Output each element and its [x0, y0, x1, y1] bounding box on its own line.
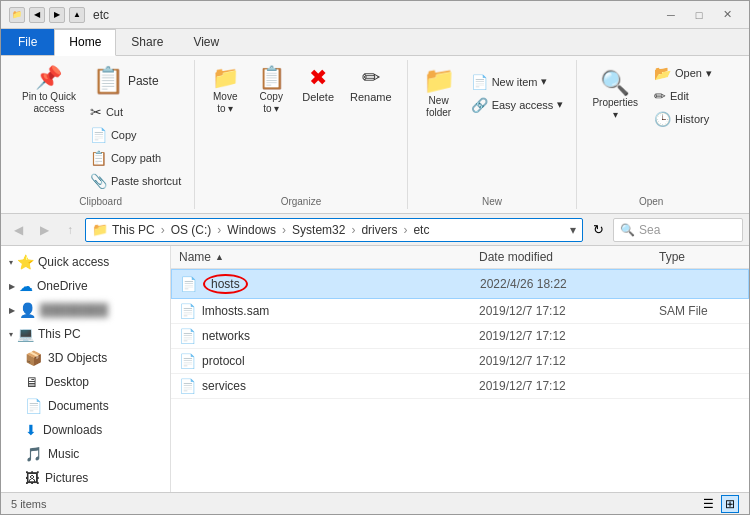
status-bar: 5 items ☰ ⊞	[1, 492, 749, 514]
open-group: 🔍 Properties▾ 📂 Open ▾ ✏ Edit	[577, 60, 725, 209]
new-item-button[interactable]: 📄 New item ▾	[466, 71, 569, 93]
rename-label: Rename	[350, 91, 392, 103]
file-list: Name ▲ Date modified Type 📄 hosts 2022/4…	[171, 246, 749, 492]
search-icon: 🔍	[620, 223, 635, 237]
copy-path-button[interactable]: 📋 Copy path	[85, 147, 186, 169]
details-view-button[interactable]: ☰	[699, 495, 717, 513]
copy-button[interactable]: 📄 Copy	[85, 124, 186, 146]
tab-view[interactable]: View	[178, 29, 234, 55]
account-icon: 👤	[19, 302, 36, 318]
this-pc-expand-icon: ▾	[9, 330, 13, 339]
file-item-services[interactable]: 📄 services 2019/12/7 17:12	[171, 374, 749, 399]
quick-access-icon: 📁	[9, 7, 25, 23]
sidebar-item-downloads[interactable]: ⬇ Downloads	[1, 418, 170, 442]
path-dropdown-arrow[interactable]: ▾	[570, 223, 576, 237]
file-icon-hosts: 📄	[180, 276, 197, 292]
open-group-label: Open	[639, 192, 663, 207]
new-item-label: New item	[492, 76, 538, 88]
sidebar-item-documents[interactable]: 📄 Documents	[1, 394, 170, 418]
file-item-lmhosts[interactable]: 📄 lmhosts.sam 2019/12/7 17:12 SAM File	[171, 299, 749, 324]
clipboard-group-label: Clipboard	[79, 192, 122, 207]
open-label: Open	[675, 67, 702, 79]
clipboard-col: 📋 Paste ✂ Cut 📄 Copy 📋	[85, 62, 186, 192]
properties-icon: 🔍	[600, 71, 630, 95]
tab-file[interactable]: File	[1, 29, 54, 55]
search-placeholder: Sea	[639, 223, 660, 237]
path-part-1: OS (C:)	[171, 223, 212, 237]
hosts-label: hosts	[203, 274, 248, 294]
account-header[interactable]: ▶ 👤 ████████	[1, 298, 170, 322]
maximize-button[interactable]: □	[685, 5, 713, 25]
forward-button[interactable]: ▶	[33, 219, 55, 241]
file-item-protocol[interactable]: 📄 protocol 2019/12/7 17:12	[171, 349, 749, 374]
this-pc-icon: 💻	[17, 326, 34, 342]
minimize-button[interactable]: ─	[657, 5, 685, 25]
file-icon-protocol: 📄	[179, 353, 196, 369]
open-icon: 📂	[654, 65, 671, 81]
cut-label: Cut	[106, 106, 123, 118]
sidebar-item-3d-objects[interactable]: 📦 3D Objects	[1, 346, 170, 370]
main-content: ▾ ⭐ Quick access ▶ ☁ OneDrive ▶ 👤 ██████…	[1, 246, 749, 492]
file-icon-networks: 📄	[179, 328, 196, 344]
sidebar-item-pictures[interactable]: 🖼 Pictures	[1, 466, 170, 490]
col-type-label: Type	[659, 250, 685, 264]
col-type-header[interactable]: Type	[659, 250, 741, 264]
up-button[interactable]: ↑	[59, 219, 81, 241]
path-sep-1: ›	[217, 223, 221, 237]
new-buttons: 📁 Newfolder 📄 New item ▾ 🔗 Easy access ▾	[416, 62, 569, 192]
easy-access-button[interactable]: 🔗 Easy access ▾	[466, 94, 569, 116]
quick-access-header[interactable]: ▾ ⭐ Quick access	[1, 250, 170, 274]
close-button[interactable]: ✕	[713, 5, 741, 25]
cut-button[interactable]: ✂ Cut	[85, 101, 186, 123]
col-date-header[interactable]: Date modified	[479, 250, 659, 264]
history-button[interactable]: 🕒 History	[649, 108, 717, 130]
desktop-label: Desktop	[45, 375, 89, 389]
pin-to-quick-access-button[interactable]: 📌 Pin to Quickaccess	[15, 62, 83, 120]
open-arrow: ▾	[706, 67, 712, 80]
large-icons-view-button[interactable]: ⊞	[721, 495, 739, 513]
path-sep-3: ›	[351, 223, 355, 237]
pin-icon: 📌	[35, 67, 62, 89]
file-date-lmhosts: 2019/12/7 17:12	[479, 304, 659, 318]
path-sep-0: ›	[161, 223, 165, 237]
paste-icon: 📋	[92, 67, 124, 93]
desktop-icon: 🖥	[25, 374, 39, 390]
new-folder-button[interactable]: 📁 Newfolder	[416, 62, 462, 124]
copy-icon: 📄	[90, 127, 107, 143]
this-pc-header[interactable]: ▾ 💻 This PC	[1, 322, 170, 346]
paste-shortcut-button[interactable]: 📎 Paste shortcut	[85, 170, 186, 192]
refresh-button[interactable]: ↻	[587, 219, 609, 241]
rename-button[interactable]: ✏ Rename	[343, 62, 399, 108]
file-item-hosts[interactable]: 📄 hosts 2022/4/26 18:22	[171, 269, 749, 299]
move-to-button[interactable]: 📁 Moveto ▾	[203, 62, 247, 120]
edit-button[interactable]: ✏ Edit	[649, 85, 717, 107]
pin-label: Pin to Quickaccess	[22, 91, 76, 115]
file-date-networks: 2019/12/7 17:12	[479, 329, 659, 343]
properties-button[interactable]: 🔍 Properties▾	[585, 66, 645, 126]
delete-button[interactable]: ✖ Delete	[295, 62, 341, 108]
paste-label: Paste	[128, 74, 159, 88]
file-list-header: Name ▲ Date modified Type	[171, 246, 749, 269]
tab-share[interactable]: Share	[116, 29, 178, 55]
search-box[interactable]: 🔍 Sea	[613, 218, 743, 242]
file-item-networks[interactable]: 📄 networks 2019/12/7 17:12	[171, 324, 749, 349]
pictures-icon: 🖼	[25, 470, 39, 486]
file-name-hosts: 📄 hosts	[180, 274, 480, 294]
properties-label: Properties▾	[592, 97, 638, 121]
onedrive-expand-icon: ▶	[9, 282, 15, 291]
path-folder-icon: 📁	[92, 222, 108, 237]
tab-home[interactable]: Home	[54, 29, 116, 56]
account-expand-icon: ▶	[9, 306, 15, 315]
col-name-header[interactable]: Name ▲	[179, 250, 479, 264]
onedrive-header[interactable]: ▶ ☁ OneDrive	[1, 274, 170, 298]
back-button[interactable]: ◀	[7, 219, 29, 241]
file-icon-services: 📄	[179, 378, 196, 394]
this-pc-label: This PC	[38, 327, 81, 341]
sidebar-item-desktop[interactable]: 🖥 Desktop	[1, 370, 170, 394]
copy-to-button[interactable]: 📋 Copyto ▾	[249, 62, 293, 120]
address-path-bar[interactable]: 📁 This PC › OS (C:) › Windows › System32…	[85, 218, 583, 242]
sidebar-item-music[interactable]: 🎵 Music	[1, 442, 170, 466]
paste-button[interactable]: 📋 Paste	[85, 62, 186, 100]
address-bar: ◀ ▶ ↑ 📁 This PC › OS (C:) › Windows › Sy…	[1, 214, 749, 246]
open-button[interactable]: 📂 Open ▾	[649, 62, 717, 84]
